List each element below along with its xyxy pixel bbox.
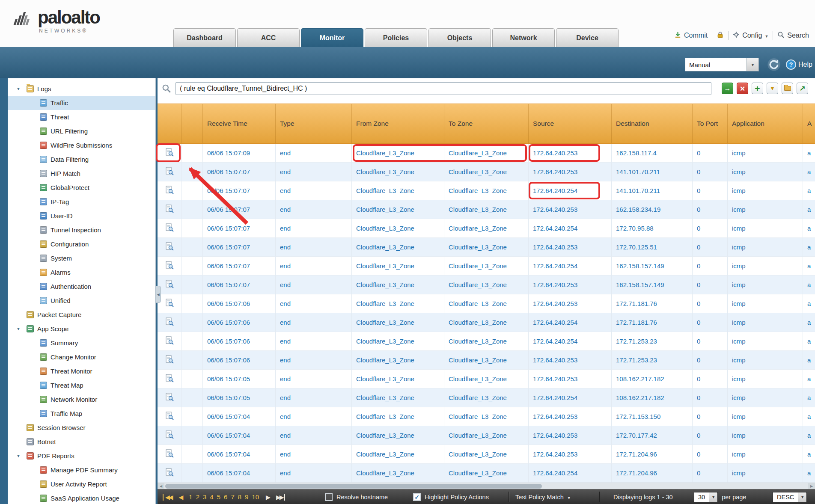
column-header-to_zone[interactable]: To Zone [444, 104, 529, 143]
sidebar-item-session-browser[interactable]: Session Browser [8, 421, 155, 435]
cell-from-zone[interactable]: Cloudflare_L3_Zone [352, 257, 444, 276]
apply-filter-button[interactable] [722, 83, 733, 94]
cell-action[interactable]: a [803, 407, 815, 426]
cell-receive-time[interactable]: 06/06 15:07:06 [203, 294, 276, 313]
cell-source[interactable]: 172.64.240.254 [529, 257, 612, 276]
cell-action[interactable]: a [803, 313, 815, 332]
cell-action[interactable]: a [803, 332, 815, 351]
per-page-select[interactable]: 30 [694, 492, 718, 502]
cell-type[interactable]: end [276, 219, 352, 238]
cell-from-zone[interactable]: Cloudflare_L3_Zone [352, 219, 444, 238]
cell-destination[interactable]: 162.158.117.4 [612, 144, 693, 163]
column-header-source[interactable]: Source [529, 104, 612, 143]
save-filter-button[interactable] [767, 83, 778, 94]
sidebar-item-globalprotect[interactable]: GlobalProtect [8, 181, 155, 195]
filter-query-input[interactable] [175, 82, 711, 95]
cell-destination[interactable]: 162.158.234.19 [612, 200, 693, 219]
sidebar-item-threat-map[interactable]: Threat Map [8, 378, 155, 392]
cell-from-zone[interactable]: Cloudflare_L3_Zone [352, 294, 444, 313]
next-page-button[interactable] [266, 494, 269, 501]
cell-action[interactable]: a [803, 163, 815, 181]
cell-receive-time[interactable]: 06/06 15:07:04 [203, 426, 276, 445]
sidebar-item-wildfire-submissions[interactable]: WildFire Submissions [8, 138, 155, 152]
cell-from-zone[interactable]: Cloudflare_L3_Zone [352, 388, 444, 407]
log-detail-icon[interactable] [165, 167, 174, 177]
sidebar-item-ip-tag[interactable]: IP-Tag [8, 195, 155, 209]
log-detail-cell[interactable] [158, 163, 181, 181]
cell-to-zone[interactable]: Cloudflare_L3_Zone [444, 407, 529, 426]
cell-application[interactable]: icmp [728, 200, 803, 219]
cell-application[interactable]: icmp [728, 181, 803, 200]
lock-icon[interactable] [717, 31, 724, 40]
cell-destination[interactable]: 172.71.253.23 [612, 332, 693, 351]
column-header-application[interactable]: Application [728, 104, 803, 143]
table-row[interactable]: 06/06 15:07:07 end Cloudflare_L3_Zone Cl… [158, 238, 815, 257]
cell-receive-time[interactable]: 06/06 15:07:06 [203, 351, 276, 370]
cell-application[interactable]: icmp [728, 351, 803, 370]
cell-from-zone[interactable]: Cloudflare_L3_Zone [352, 181, 444, 200]
cell-to-port[interactable]: 0 [693, 464, 728, 483]
tree-expander-icon[interactable] [16, 326, 27, 331]
cell-receive-time[interactable]: 06/06 15:07:07 [203, 181, 276, 200]
cell-to-port[interactable]: 0 [693, 219, 728, 238]
cell-from-zone[interactable]: Cloudflare_L3_Zone [352, 238, 444, 257]
log-detail-cell[interactable] [158, 200, 181, 219]
cell-application[interactable]: icmp [728, 257, 803, 276]
log-detail-cell[interactable] [158, 407, 181, 426]
cell-source[interactable]: 172.64.240.253 [529, 351, 612, 370]
cell-to-zone[interactable]: Cloudflare_L3_Zone [444, 181, 529, 200]
cell-receive-time[interactable]: 06/06 15:07:04 [203, 407, 276, 426]
table-row[interactable]: 06/06 15:07:06 end Cloudflare_L3_Zone Cl… [158, 294, 815, 313]
cell-to-zone[interactable]: Cloudflare_L3_Zone [444, 370, 529, 388]
cell-application[interactable]: icmp [728, 163, 803, 181]
cell-from-zone[interactable]: Cloudflare_L3_Zone [352, 464, 444, 483]
cell-type[interactable]: end [276, 294, 352, 313]
table-row[interactable]: 06/06 15:07:09 end Cloudflare_L3_Zone Cl… [158, 144, 815, 163]
sidebar-item-manage-pdf-summary[interactable]: Manage PDF Summary [8, 463, 155, 477]
sidebar-item-url-filtering[interactable]: URL Filtering [8, 124, 155, 138]
cell-source[interactable]: 172.64.240.254 [529, 313, 612, 332]
log-detail-cell[interactable] [158, 388, 181, 407]
cell-application[interactable]: icmp [728, 238, 803, 257]
cell-to-port[interactable]: 0 [693, 294, 728, 313]
log-detail-icon[interactable] [165, 205, 174, 214]
log-detail-icon[interactable] [165, 393, 174, 403]
first-page-button[interactable] [163, 494, 172, 501]
scroll-left-icon[interactable] [158, 483, 164, 489]
sort-order-select[interactable]: DESC [773, 492, 807, 502]
cell-action[interactable]: a [803, 219, 815, 238]
cell-type[interactable]: end [276, 313, 352, 332]
log-detail-cell[interactable] [158, 276, 181, 294]
export-logs-button[interactable] [797, 83, 808, 94]
cell-destination[interactable]: 141.101.70.211 [612, 163, 693, 181]
cell-to-zone[interactable]: Cloudflare_L3_Zone [444, 294, 529, 313]
cell-to-port[interactable]: 0 [693, 200, 728, 219]
tab-monitor[interactable]: Monitor [301, 28, 363, 47]
cell-to-zone[interactable]: Cloudflare_L3_Zone [444, 257, 529, 276]
cell-source[interactable]: 172.64.240.253 [529, 144, 612, 163]
tab-policies[interactable]: Policies [365, 28, 427, 47]
cell-source[interactable]: 172.64.240.254 [529, 219, 612, 238]
cell-from-zone[interactable]: Cloudflare_L3_Zone [352, 351, 444, 370]
table-row[interactable]: 06/06 15:07:06 end Cloudflare_L3_Zone Cl… [158, 313, 815, 332]
cell-to-port[interactable]: 0 [693, 407, 728, 426]
cell-application[interactable]: icmp [728, 445, 803, 464]
cell-from-zone[interactable]: Cloudflare_L3_Zone [352, 370, 444, 388]
chevron-down-icon[interactable] [798, 492, 806, 502]
log-detail-icon[interactable] [165, 223, 174, 233]
page-number-8[interactable]: 8 [238, 493, 241, 501]
cell-from-zone[interactable]: Cloudflare_L3_Zone [352, 276, 444, 294]
cell-action[interactable]: a [803, 464, 815, 483]
config-menu[interactable]: Config [733, 31, 768, 40]
cell-source[interactable]: 172.64.240.253 [529, 276, 612, 294]
scroll-right-icon[interactable] [808, 483, 815, 489]
log-detail-icon[interactable] [165, 186, 174, 196]
cell-receive-time[interactable]: 06/06 15:07:07 [203, 276, 276, 294]
table-row[interactable]: 06/06 15:07:04 end Cloudflare_L3_Zone Cl… [158, 407, 815, 426]
cell-action[interactable]: a [803, 445, 815, 464]
cell-to-port[interactable]: 0 [693, 445, 728, 464]
sidebar-item-tunnel-inspection[interactable]: Tunnel Inspection [8, 223, 155, 237]
cell-action[interactable]: a [803, 257, 815, 276]
sidebar-item-traffic-map[interactable]: Traffic Map [8, 406, 155, 421]
page-number-9[interactable]: 9 [245, 493, 248, 501]
